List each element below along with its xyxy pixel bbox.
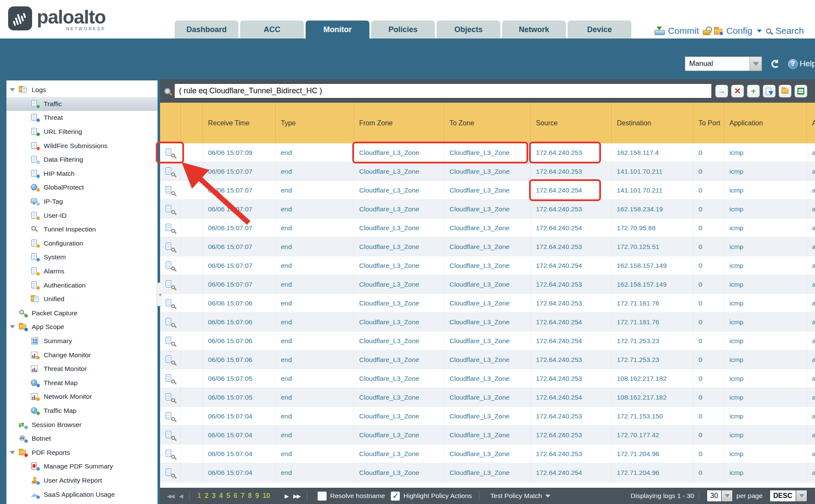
log-detail-magnifier-icon[interactable] [166,148,175,157]
help-link[interactable]: Help [800,59,815,68]
cell-application[interactable]: icmp [724,463,807,482]
cell-to-zone[interactable]: Cloudflare_L3_Zone [444,200,531,218]
page-number-5[interactable]: 5 [226,492,230,500]
log-detail-magnifier-icon[interactable] [166,431,175,439]
column-header-to-zone[interactable]: To Zone [444,103,531,143]
prev-page-button[interactable]: ◀ [179,493,182,499]
cell-source[interactable]: 172.64.240.253 [531,426,612,444]
cell-to-port[interactable]: 0 [693,256,724,275]
sidebar-item-hip-match[interactable]: HIP Match [6,167,158,181]
cell-to-port[interactable]: 0 [693,294,724,312]
cell-application[interactable]: icmp [724,162,807,181]
first-page-button[interactable]: ◀◀ [167,493,174,499]
cell-application[interactable]: icmp [724,275,807,294]
cell-to-zone[interactable]: Cloudflare_L3_Zone [444,181,531,199]
cell-type[interactable]: end [276,237,354,256]
log-detail-magnifier-icon[interactable] [166,186,175,194]
cell-to-port[interactable]: 0 [693,350,724,369]
cell-from-zone[interactable]: Cloudflare_L3_Zone [354,237,444,256]
cell-type[interactable]: end [276,294,354,312]
log-detail-magnifier-icon[interactable] [166,468,175,477]
cell-receive-time[interactable]: 06/06 15:07:09 [203,143,276,162]
cell-to-port[interactable]: 0 [693,237,724,256]
cell-action[interactable]: a [807,463,815,482]
tab-device[interactable]: Device [568,21,631,39]
cell-source[interactable]: 172.64.240.254 [531,332,612,350]
log-detail-magnifier-icon[interactable] [166,393,175,401]
column-header-destination[interactable]: Destination [612,103,693,143]
log-detail-magnifier-icon[interactable] [166,299,175,307]
page-number-2[interactable]: 2 [205,492,208,500]
log-detail-magnifier-icon[interactable] [166,450,175,458]
load-filter-button[interactable] [779,85,791,98]
cell-destination[interactable]: 172.71.204.96 [612,445,693,463]
cell-source[interactable]: 172.64.240.253 [531,237,612,256]
cell-from-zone[interactable]: Cloudflare_L3_Zone [354,294,444,312]
highlight-policy-actions-checkbox[interactable]: ✓ [391,492,400,501]
sidebar-item-manage-pdf-summary[interactable]: Manage PDF Summary [6,460,158,474]
cell-destination[interactable]: 141.101.70.211 [612,181,693,199]
sidebar-item-summary[interactable]: Summary [6,334,158,348]
sidebar-item-traffic-map[interactable]: Traffic Map [6,404,158,418]
cell-type[interactable]: end [276,463,354,482]
cell-destination[interactable]: 172.71.181.76 [612,294,693,312]
cell-type[interactable]: end [276,143,354,162]
sidebar-item-tunnel-inspection[interactable]: Tunnel Inspection [6,222,158,237]
cell-type[interactable]: end [276,181,354,199]
cell-application[interactable]: icmp [724,200,807,218]
cell-destination[interactable]: 172.71.204.96 [612,463,693,482]
cell-from-zone[interactable]: Cloudflare_L3_Zone [354,200,444,218]
tab-policies[interactable]: Policies [371,21,435,39]
sidebar-item-botnet[interactable]: Botnet [6,432,158,446]
cell-from-zone[interactable]: Cloudflare_L3_Zone [354,426,444,444]
cell-receive-time[interactable]: 06/06 15:07:07 [203,162,276,181]
add-filter-button[interactable]: + [747,85,760,98]
cell-application[interactable]: icmp [724,426,807,444]
cell-to-port[interactable]: 0 [693,313,724,331]
cell-receive-time[interactable]: 06/06 15:07:06 [203,332,276,350]
cell-type[interactable]: end [276,313,354,331]
sidebar-item-saas-application-usage[interactable]: SaaS Application Usage [6,487,158,501]
cell-destination[interactable]: 172.70.95.88 [612,219,693,237]
tab-network[interactable]: Network [502,21,566,39]
cell-action[interactable]: a [807,200,815,218]
cell-type[interactable]: end [276,407,354,425]
cell-to-zone[interactable]: Cloudflare_L3_Zone [444,445,531,463]
cell-to-zone[interactable]: Cloudflare_L3_Zone [444,162,531,181]
cell-source[interactable]: 172.64.240.253 [531,350,612,369]
sidebar-item-alarms[interactable]: Alarms [6,264,158,279]
cell-from-zone[interactable]: Cloudflare_L3_Zone [354,445,444,463]
cell-to-zone[interactable]: Cloudflare_L3_Zone [444,219,531,237]
cell-type[interactable]: end [276,256,354,275]
cell-receive-time[interactable]: 06/06 15:07:04 [203,445,276,463]
clear-filter-button[interactable]: ✕ [731,85,744,98]
sidebar-item-session-browser[interactable]: Session Browser [6,418,158,432]
log-detail-magnifier-icon[interactable] [166,374,175,382]
sidebar-item-authentication[interactable]: Authentication [6,278,158,292]
cell-to-zone[interactable]: Cloudflare_L3_Zone [444,369,531,388]
cell-receive-time[interactable]: 06/06 15:07:04 [203,463,276,482]
cell-source[interactable]: 172.64.240.253 [531,294,612,312]
cell-action[interactable]: a [807,181,815,199]
cell-receive-time[interactable]: 06/06 15:07:07 [203,256,276,275]
log-detail-magnifier-icon[interactable] [166,280,175,288]
cell-action[interactable]: a [807,407,815,425]
sidebar-item-globalprotect[interactable]: GlobalProtect [6,181,158,195]
cell-from-zone[interactable]: Cloudflare_L3_Zone [354,332,444,350]
cell-to-zone[interactable]: Cloudflare_L3_Zone [444,313,531,331]
cell-action[interactable]: a [807,275,815,294]
cell-destination[interactable]: 162.158.234.19 [612,200,693,218]
cell-destination[interactable]: 108.162.217.182 [612,369,693,388]
log-detail-magnifier-icon[interactable] [166,412,175,420]
tab-objects[interactable]: Objects [437,21,500,39]
cell-application[interactable]: icmp [724,143,807,162]
cell-receive-time[interactable]: 06/06 15:07:06 [203,294,276,312]
lock-icon[interactable] [703,30,710,35]
cell-action[interactable]: a [807,143,815,162]
cell-to-port[interactable]: 0 [693,388,724,406]
log-detail-magnifier-icon[interactable] [166,318,175,326]
cell-application[interactable]: icmp [724,369,807,388]
cell-action[interactable]: a [807,313,815,331]
sidebar-item-configuration[interactable]: Configuration [6,237,158,251]
resolve-hostname-checkbox[interactable] [318,492,327,501]
